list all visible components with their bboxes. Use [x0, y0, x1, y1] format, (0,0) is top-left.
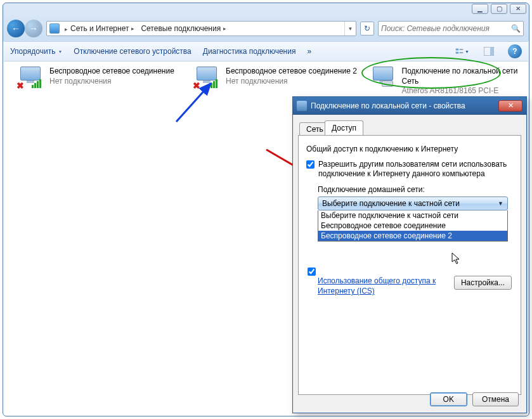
- combo-option-2[interactable]: Беспроводное сетевое соединение 2: [318, 231, 507, 241]
- organize-menu[interactable]: Упорядочить▼: [10, 47, 62, 56]
- window-controls: ▁ ▢ ✕: [472, 4, 526, 14]
- connection-status: Нет подключения: [49, 77, 174, 87]
- forward-button[interactable]: →: [25, 20, 42, 37]
- connection-wireless-2[interactable]: ✖ Беспроводное сетевое соединение 2 Нет …: [191, 67, 363, 92]
- ics-section-title: Общий доступ к подключению к Интернету: [306, 145, 513, 153]
- view-options[interactable]: ▼: [455, 44, 470, 58]
- dialog-buttons: OK Отмена: [430, 392, 519, 406]
- ics-help-link[interactable]: Использование общего доступа к Интернету…: [318, 276, 454, 296]
- search-input[interactable]: [381, 24, 511, 33]
- connection-status: Нет подключения: [226, 77, 357, 87]
- organize-label: Упорядочить: [10, 47, 55, 56]
- connection-wireless-1[interactable]: ✖ Беспроводное сетевое соединение Нет по…: [15, 67, 186, 92]
- svg-rect-0: [456, 49, 458, 51]
- combo-option-0[interactable]: Выберите подключение к частной сети: [318, 210, 507, 221]
- home-network-label: Подключение домашней сети:: [318, 185, 513, 194]
- tab-strip: Сеть Доступ: [298, 120, 521, 135]
- breadcrumb-item-1[interactable]: Сеть и Интернет: [68, 24, 138, 33]
- dialog-icon: [297, 101, 307, 111]
- tab-body: Общий доступ к подключению к Интернету Р…: [298, 135, 521, 395]
- connection-title: Подключение по локальной сети: [402, 67, 526, 77]
- more-commands[interactable]: »: [307, 47, 311, 56]
- connection-network: Сеть: [402, 77, 526, 87]
- help-button[interactable]: ?: [508, 44, 522, 58]
- ok-button[interactable]: OK: [430, 392, 467, 406]
- wireless-icon: ✖: [191, 67, 223, 92]
- properties-dialog: Подключение по локальной сети - свойства…: [292, 96, 527, 413]
- breadcrumb-root[interactable]: [62, 24, 68, 33]
- location-icon: [49, 23, 60, 34]
- dialog-title: Подключение по локальной сети - свойства: [311, 101, 465, 110]
- connection-title: Беспроводное сетевое соединение 2: [226, 67, 357, 77]
- breadcrumb-item-2[interactable]: Сетевые подключения: [138, 24, 230, 33]
- combo-option-1[interactable]: Беспроводное сетевое соединение: [318, 221, 507, 231]
- allow-sharing-label: Разрешить другим пользователям сети испо…: [318, 160, 507, 179]
- svg-rect-3: [460, 52, 464, 53]
- back-button[interactable]: ←: [7, 20, 25, 37]
- wireless-icon: ✖: [15, 67, 47, 92]
- refresh-button[interactable]: ↻: [360, 22, 374, 35]
- search-icon: 🔍: [511, 24, 521, 33]
- command-bar: Упорядочить▼ Отключение сетевого устройс…: [4, 41, 528, 61]
- settings-button[interactable]: Настройка...: [454, 276, 512, 290]
- tab-access[interactable]: Доступ: [325, 120, 363, 135]
- combo-dropdown: Выберите подключение к частной сети Бесп…: [318, 210, 508, 242]
- preview-pane-toggle[interactable]: [481, 44, 496, 58]
- allow-sharing-checkbox[interactable]: [306, 160, 315, 169]
- home-network-combo[interactable]: Выберите подключение к частной сети ▼: [318, 197, 508, 210]
- svg-rect-1: [456, 52, 458, 54]
- breadcrumb-dropdown[interactable]: ▼: [344, 22, 356, 35]
- breadcrumb[interactable]: Сеть и Интернет Сетевые подключения ▼: [46, 21, 356, 36]
- search-box[interactable]: 🔍: [378, 21, 524, 36]
- minimize-button[interactable]: ▁: [472, 4, 488, 14]
- nav-row: ← → Сеть и Интернет Сетевые подключения …: [7, 18, 524, 39]
- dialog-close-button[interactable]: ✕: [498, 100, 522, 112]
- maximize-button[interactable]: ▢: [491, 4, 507, 14]
- svg-rect-2: [460, 49, 464, 49]
- dialog-titlebar[interactable]: Подключение по локальной сети - свойства…: [293, 97, 526, 115]
- lan-icon: [368, 67, 399, 92]
- cancel-button[interactable]: Отмена: [472, 392, 519, 406]
- disable-device[interactable]: Отключение сетевого устройства: [74, 47, 191, 56]
- allow-control-checkbox[interactable]: [308, 268, 316, 276]
- svg-rect-5: [490, 48, 493, 55]
- diagnose[interactable]: Диагностика подключения: [203, 47, 296, 56]
- combo-selected-text: Выберите подключение к частной сети: [322, 199, 460, 208]
- chevron-down-icon: ▼: [498, 200, 503, 207]
- close-button[interactable]: ✕: [510, 4, 526, 14]
- back-forward: ← →: [7, 20, 42, 37]
- connection-title: Беспроводное сетевое соединение: [49, 67, 174, 77]
